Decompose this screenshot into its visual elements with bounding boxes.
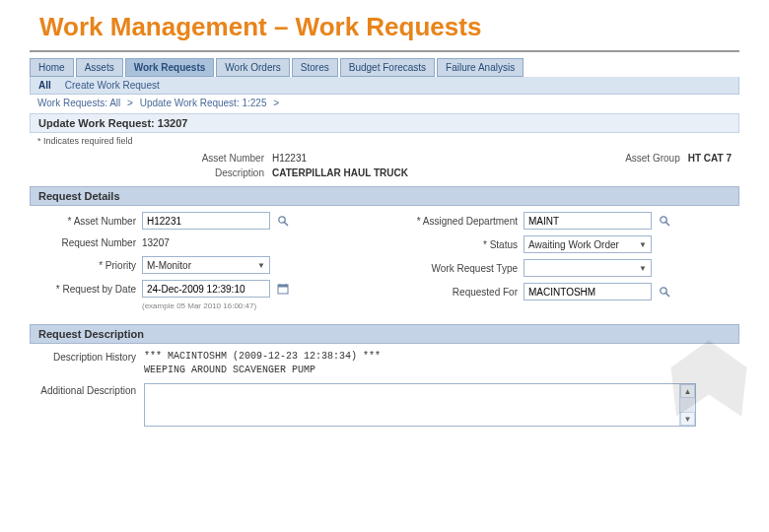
form-col-left: * Asset Number Request Number 13207 * Pr…: [37, 212, 380, 310]
history-line: *** MACINTOSHM (2009-12-23 12:38:34) ***: [144, 350, 381, 364]
request-number-value: 13207: [142, 235, 170, 250]
section-request-details: Request Details: [30, 186, 739, 206]
asset-info-row: Asset Number H12231 Asset Group HT CAT 7: [30, 149, 739, 167]
request-by-date-label: * Request by Date: [37, 284, 136, 295]
scroll-down-button[interactable]: ▼: [680, 412, 695, 426]
textarea-scrollbar: ▲ ▼: [679, 384, 695, 426]
asset-group-label: Asset Group: [625, 153, 680, 164]
requested-for-input[interactable]: [524, 283, 652, 300]
description-history-value: *** MACINTOSHM (2009-12-23 12:38:34) ***…: [144, 350, 381, 377]
search-icon[interactable]: [276, 214, 290, 228]
work-request-type-select[interactable]: ▼: [524, 259, 652, 277]
svg-line-1: [285, 223, 289, 227]
search-icon[interactable]: [658, 214, 671, 228]
description-history-label: Description History: [37, 350, 136, 363]
request-description-block: Description History *** MACINTOSHM (2009…: [30, 344, 739, 438]
requested-for-label: Requested For: [389, 287, 518, 298]
tab-work-requests[interactable]: Work Requests: [125, 58, 215, 77]
subbar-create-link[interactable]: Create Work Request: [65, 80, 160, 91]
svg-point-0: [279, 217, 285, 223]
status-value: Awaiting Work Order: [528, 239, 619, 250]
request-number-label: Request Number: [37, 237, 136, 248]
additional-description-label: Additional Description: [37, 383, 136, 396]
asset-desc-label: Description: [116, 167, 264, 178]
asset-number-label: Asset Number: [116, 153, 264, 164]
tab-home[interactable]: Home: [30, 58, 74, 77]
date-example-hint: (example 05 Mar 2010 16:00:47): [142, 301, 380, 310]
slide-divider: [30, 50, 739, 52]
tab-stores[interactable]: Stores: [292, 58, 338, 77]
priority-value: M-Monitor: [147, 260, 191, 271]
assigned-dept-label: * Assigned Department: [389, 216, 518, 227]
calendar-icon[interactable]: [276, 282, 290, 296]
asset-info-row2: Description CATERPILLAR HAUL TRUCK: [30, 167, 739, 182]
additional-description-textarea[interactable]: [145, 384, 679, 426]
breadcrumb-sep: >: [127, 98, 133, 108]
app-container: Home Assets Work Requests Work Orders St…: [30, 58, 739, 438]
scroll-up-button[interactable]: ▲: [680, 384, 695, 398]
request-details-form: * Asset Number Request Number 13207 * Pr…: [30, 206, 739, 320]
priority-label: * Priority: [37, 260, 136, 271]
svg-point-6: [661, 217, 666, 223]
history-line: WEEPING AROUND SCAVENGER PUMP: [144, 364, 381, 377]
status-label: * Status: [389, 239, 518, 250]
subbar: All Create Work Request: [30, 77, 739, 95]
breadcrumb-sep: >: [273, 98, 279, 108]
form-col-right: * Assigned Department * Status Awaiting …: [389, 212, 732, 310]
asset-number-field-label: * Asset Number: [37, 216, 136, 227]
chevron-down-icon: ▼: [639, 264, 647, 273]
tab-assets[interactable]: Assets: [76, 58, 123, 77]
asset-desc-value: CATERPILLAR HAUL TRUCK: [272, 167, 408, 178]
main-tabs: Home Assets Work Requests Work Orders St…: [30, 58, 739, 77]
breadcrumb: Work Requests: All > Update Work Request…: [30, 95, 739, 111]
svg-line-9: [666, 294, 670, 298]
breadcrumb-part[interactable]: Work Requests: All: [37, 98, 120, 108]
chevron-down-icon: ▼: [257, 261, 265, 270]
section-request-description: Request Description: [30, 324, 739, 344]
svg-line-7: [666, 223, 670, 227]
asset-number-value: H12231: [272, 153, 307, 164]
tab-budget-forecasts[interactable]: Budget Forecasts: [340, 58, 435, 77]
svg-point-8: [661, 288, 666, 294]
subbar-all[interactable]: All: [38, 80, 51, 91]
assigned-dept-input[interactable]: [524, 212, 652, 230]
slide-title: Work Management – Work Requests: [0, 0, 769, 50]
page-title: Update Work Request: 13207: [30, 113, 739, 133]
asset-group-value: HT CAT 7: [688, 153, 732, 164]
required-note: * Indicates required field: [30, 133, 739, 149]
status-select[interactable]: Awaiting Work Order ▼: [524, 235, 652, 253]
search-icon[interactable]: [658, 285, 671, 299]
additional-description-wrap: ▲ ▼: [144, 383, 696, 427]
work-request-type-label: Work Request Type: [389, 263, 518, 274]
tab-work-orders[interactable]: Work Orders: [216, 58, 290, 77]
chevron-down-icon: ▼: [639, 240, 647, 249]
request-by-date-input[interactable]: [142, 280, 270, 298]
tab-failure-analysis[interactable]: Failure Analysis: [437, 58, 524, 77]
asset-number-input[interactable]: [142, 212, 270, 230]
breadcrumb-part[interactable]: Update Work Request: 1:225: [140, 98, 267, 108]
priority-select[interactable]: M-Monitor ▼: [142, 256, 270, 274]
